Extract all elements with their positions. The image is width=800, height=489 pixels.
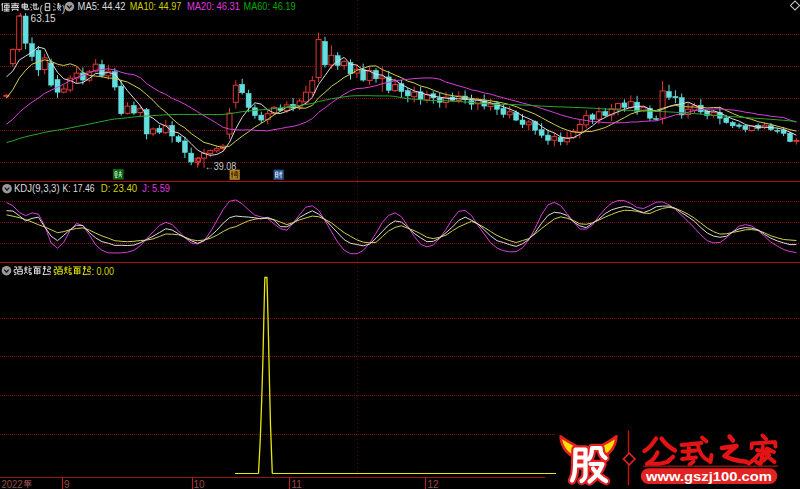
svg-text:12: 12 <box>428 479 440 489</box>
svg-text:: 0.00: : 0.00 <box>92 266 115 277</box>
svg-text:D: 23.40: D: 23.40 <box>101 183 138 194</box>
svg-text:11: 11 <box>292 479 303 489</box>
svg-text:www.gszj100.com: www.gszj100.com <box>645 469 772 484</box>
svg-text:K: 17.46: K: 17.46 <box>63 183 95 194</box>
svg-text:KDJ(9,3,3): KDJ(9,3,3) <box>14 183 60 194</box>
svg-text:10: 10 <box>194 479 206 489</box>
svg-text:): ) <box>62 3 65 14</box>
svg-text:9: 9 <box>64 479 70 489</box>
svg-text:2022: 2022 <box>2 479 23 489</box>
svg-text:63.15: 63.15 <box>31 13 56 24</box>
svg-text:MA10: 44.97: MA10: 44.97 <box>130 1 182 12</box>
svg-text:MA20: 46.31: MA20: 46.31 <box>187 1 240 12</box>
svg-text:MA60: 46.19: MA60: 46.19 <box>244 1 296 12</box>
svg-text:MA5: 44.42: MA5: 44.42 <box>78 1 126 12</box>
svg-text:J: 5.59: J: 5.59 <box>142 183 170 194</box>
